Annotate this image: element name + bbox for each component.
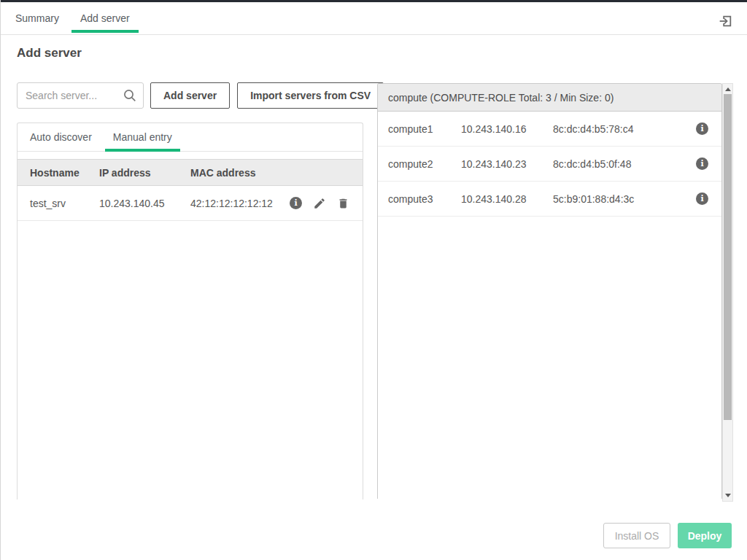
column-header-mac: MAC address (190, 167, 363, 179)
cell-hostname: compute2 (388, 158, 461, 170)
pencil-icon (313, 197, 326, 210)
tab-manual-entry-label: Manual entry (113, 131, 172, 143)
tab-auto-discover[interactable]: Auto discover (22, 123, 100, 151)
cell-ip: 10.243.140.28 (461, 193, 553, 205)
cell-ip: 10.243.140.23 (461, 158, 553, 170)
cell-mac: 5c:b9:01:88:d4:3c (553, 193, 696, 205)
role-panel-header: compute (COMPUTE-ROLE Total: 3 / Min Siz… (378, 84, 721, 112)
footer-actions: Install OS Deploy (603, 523, 732, 548)
tab-auto-discover-label: Auto discover (30, 131, 92, 143)
tab-add-server[interactable]: Add server (71, 2, 139, 34)
role-row: compute3 10.243.140.28 5c:b9:01:88:d4:3c… (378, 182, 721, 217)
column-header-ip: IP address (99, 167, 190, 179)
role-row: compute1 10.243.140.16 8c:dc:d4:b5:78:c4… (378, 112, 721, 147)
tab-summary[interactable]: Summary (7, 2, 68, 34)
info-icon[interactable]: i (696, 158, 708, 170)
deploy-button[interactable]: Deploy (678, 523, 732, 548)
scroll-up-arrow-icon[interactable] (723, 85, 732, 94)
trash-icon (337, 197, 349, 210)
table-row: test_srv 10.243.140.45 42:12:12:12:12:12… (18, 186, 363, 221)
info-icon[interactable]: i (696, 122, 708, 135)
search-field-wrap (17, 82, 144, 109)
search-icon[interactable] (123, 88, 137, 106)
exit-button[interactable] (717, 13, 733, 29)
edit-button[interactable] (313, 197, 326, 210)
tab-add-server-label: Add server (80, 12, 130, 24)
top-tabs: Summary Add server (7, 2, 139, 34)
row-actions: i (290, 197, 363, 210)
cell-hostname: compute3 (388, 193, 461, 205)
exit-icon (717, 13, 733, 29)
tab-active-underline (105, 149, 180, 152)
discovery-tabs: Auto discover Manual entry (18, 123, 363, 152)
top-navigation-bar: Summary Add server (1, 2, 747, 35)
tab-summary-label: Summary (15, 12, 59, 24)
scroll-down-arrow-icon[interactable] (723, 491, 732, 500)
import-csv-button[interactable]: Import servers from CSV (237, 82, 384, 109)
cell-ip: 10.243.140.16 (461, 123, 553, 135)
cell-mac: 8c:dc:d4:b5:0f:48 (553, 158, 696, 170)
cell-hostname: test_srv (30, 198, 99, 209)
vertical-scrollbar[interactable] (722, 83, 733, 502)
cell-mac: 42:12:12:12:12:12 (190, 198, 290, 209)
delete-button[interactable] (337, 197, 349, 210)
cell-mac: 8c:dc:d4:b5:78:c4 (553, 123, 696, 135)
server-list-panel: Auto discover Manual entry Hostname IP a… (17, 122, 363, 499)
table-header: Hostname IP address MAC address (18, 159, 363, 186)
column-header-hostname: Hostname (30, 167, 99, 179)
install-os-button[interactable]: Install OS (603, 523, 670, 548)
role-assignment-panel: compute (COMPUTE-ROLE Total: 3 / Min Siz… (377, 83, 722, 499)
page-title: Add server (17, 46, 82, 61)
cell-ip: 10.243.140.45 (99, 198, 190, 209)
scrollbar-thumb[interactable] (724, 94, 732, 420)
role-row: compute2 10.243.140.23 8c:dc:d4:b5:0f:48… (378, 147, 721, 182)
cell-hostname: compute1 (388, 123, 461, 135)
info-icon[interactable]: i (696, 192, 708, 205)
tab-active-underline (71, 30, 139, 33)
tab-manual-entry[interactable]: Manual entry (105, 123, 180, 151)
info-icon[interactable]: i (290, 197, 302, 209)
toolbar: Add server Import servers from CSV (17, 82, 384, 109)
add-server-button[interactable]: Add server (150, 82, 230, 109)
